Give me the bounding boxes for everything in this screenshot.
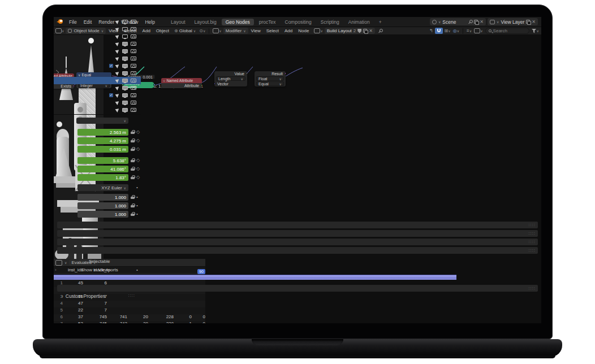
blender-app: File Edit Render Window Help Layout Layo… bbox=[54, 17, 541, 323]
scene-selector[interactable]: ∨ Scene ✕ bbox=[430, 18, 486, 25]
search-icon bbox=[489, 29, 491, 32]
outliner-search-input[interactable]: Search bbox=[485, 28, 529, 34]
tab-add-workspace[interactable]: + bbox=[375, 19, 386, 25]
spreadsheet-header: ∨ Evaluated∨ bbox=[54, 259, 205, 267]
node-group-icon[interactable] bbox=[314, 28, 320, 33]
new-scene-icon[interactable] bbox=[474, 20, 478, 24]
pin-icon[interactable] bbox=[378, 29, 382, 33]
view-layer-selector[interactable]: ∨ View Layer ✕ bbox=[488, 18, 538, 25]
table-row[interactable]: 4477 bbox=[54, 301, 205, 307]
laptop-lid-notch bbox=[252, 339, 343, 345]
close-icon[interactable]: ✕ bbox=[532, 19, 536, 24]
close-icon[interactable]: ✕ bbox=[480, 19, 484, 24]
proportional-edit-icon[interactable]: ◎ bbox=[453, 28, 457, 33]
view-layer-name[interactable]: View Layer bbox=[501, 19, 524, 25]
tab-animation[interactable]: Animation bbox=[344, 19, 374, 25]
user-count-badge: 2 bbox=[353, 28, 356, 33]
scene-name[interactable]: Scene bbox=[442, 19, 466, 25]
table-row[interactable]: 753745 7422022810 bbox=[54, 321, 205, 323]
dataset-icon[interactable] bbox=[55, 260, 62, 266]
unlink-icon[interactable]: ✕ bbox=[369, 28, 373, 33]
snap-with-icon[interactable]: ⊞ bbox=[445, 28, 449, 33]
filter-funnel-icon[interactable] bbox=[532, 29, 537, 33]
node-group-name-field[interactable]: Build Layout 2 ✕ bbox=[325, 28, 375, 34]
insert-link-icon[interactable]: ↰ bbox=[429, 28, 433, 33]
fake-user-icon[interactable] bbox=[357, 29, 361, 33]
table-row[interactable]: 5227 bbox=[54, 307, 205, 314]
col-inst-idx[interactable]: inst_idx bbox=[59, 267, 83, 272]
laptop-base-foot bbox=[40, 356, 555, 358]
view-layer-icon bbox=[490, 20, 495, 24]
table-row[interactable]: 637745 7412022800 bbox=[54, 314, 205, 321]
copy-icon[interactable] bbox=[363, 29, 367, 33]
tab-scripting[interactable]: Scripting bbox=[317, 19, 343, 25]
scene-icon bbox=[432, 20, 437, 24]
marketing-canvas: { "topbar": { "menus": ["File", "Edit", … bbox=[0, 0, 595, 364]
pin-icon[interactable] bbox=[468, 20, 472, 24]
new-layer-icon[interactable] bbox=[526, 20, 530, 24]
outliner-display-icon[interactable] bbox=[474, 28, 480, 33]
spreadsheet-column-headers: › inst_idx stack_to bbox=[54, 267, 205, 274]
snap-magnet-icon[interactable] bbox=[435, 28, 443, 34]
sidebar-toggle-icon[interactable]: › bbox=[55, 267, 57, 272]
